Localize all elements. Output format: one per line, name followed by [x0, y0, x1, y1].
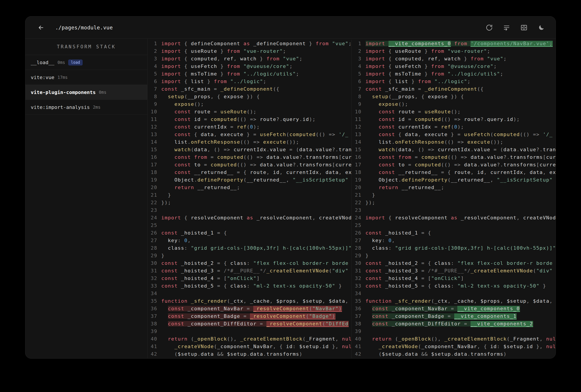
- code-line-text: const _hoisted_2 = { class: "flex flex-c…: [161, 260, 352, 267]
- code-line: 14 list.onFetchResponse(() => execute())…: [148, 138, 352, 146]
- code-line-text: return (_openBlock(), _createElementBloc…: [161, 335, 352, 343]
- code-line: 34: [352, 290, 556, 297]
- line-number: 40: [148, 335, 161, 343]
- line-number: 23: [148, 206, 161, 214]
- code-line: 22});: [352, 199, 556, 206]
- code-line-text: _createVNode(_component_NavBar, { id: $s…: [161, 343, 352, 350]
- code-line: 42 ($setup.data && $setup.data.transform…: [352, 350, 556, 358]
- code-line: 24import { resolveComponent as _resolveC…: [352, 214, 556, 222]
- module-title: ./pages/module.vue: [55, 25, 113, 30]
- line-number: 2: [148, 48, 161, 55]
- code-line-text: import { useRoute } from "vue-router";: [366, 48, 556, 55]
- code-line: 32const _hoisted_4 = ["onClick"]: [352, 274, 556, 282]
- stack-item-name: vite-plugin-components: [31, 90, 96, 95]
- line-number: 26: [352, 229, 366, 237]
- stack-item-vite:vue[interactable]: vite:vue17ms: [26, 70, 147, 85]
- code-line-text: return __returned__;: [161, 184, 352, 191]
- back-button[interactable]: [36, 23, 46, 32]
- line-number: 27: [352, 237, 366, 244]
- code-line: 8 setup(__props, { expose }) {: [148, 93, 352, 100]
- code-line: 31const _hoisted_3 = /*#__PURE__*/_creat…: [352, 267, 556, 274]
- code-line: 36 const _component_NavBar = __vite_comp…: [352, 305, 556, 312]
- code-line: 13 const { data, execute } = useFetch(co…: [352, 131, 556, 138]
- inline-diff-toggle[interactable]: [502, 23, 511, 32]
- line-number: 16: [148, 154, 161, 161]
- code-line: 2import { useRoute } from "vue-router";: [148, 48, 352, 55]
- code-line-text: expose();: [161, 100, 352, 108]
- code-line-text: }: [366, 252, 556, 260]
- app-window: ./pages/module.vue: [25, 16, 556, 358]
- diff-editor: 1import { defineComponent as _defineComp…: [148, 39, 556, 358]
- code-line: 15 watch(data, () => currentIdx.value = …: [352, 146, 556, 154]
- app-header: ./pages/module.vue: [26, 16, 556, 39]
- stack-item-name: vite:vue: [31, 74, 54, 80]
- line-number: 2: [352, 48, 366, 55]
- code-line: 20 return __returned__;: [148, 184, 352, 191]
- code-line: 17 const to = computed(() => data.value?…: [352, 161, 556, 168]
- diff-original-pane[interactable]: 1import { defineComponent as _defineComp…: [148, 40, 352, 358]
- line-number: 35: [352, 297, 366, 305]
- line-number: 41: [352, 343, 366, 350]
- code-line: 16 const from = computed(() => data.valu…: [352, 154, 556, 161]
- code-line-text: const _hoisted_4 = ["onClick"]: [366, 274, 556, 282]
- code-line-text: const id = computed(() => route?.query.i…: [366, 116, 556, 123]
- diff-removed-line: const _component_NavBar = _resolveCompon…: [168, 306, 342, 311]
- stack-item-vite:import-analysis[interactable]: vite:import-analysis2ms: [26, 100, 147, 115]
- code-line: 10 const route = useRoute();: [148, 108, 352, 116]
- code-line-text: setup(__props, { expose }) {: [366, 93, 556, 100]
- code-line-text: import { defineComponent as _defineCompo…: [161, 40, 352, 48]
- line-number: 17: [148, 161, 161, 168]
- line-number: 4: [148, 62, 161, 70]
- code-line-text: import { computed, ref, watch } from "vu…: [161, 55, 352, 62]
- line-number: 19: [352, 176, 366, 184]
- code-line-text: import { msToTime } from "../logic/utils…: [366, 70, 556, 78]
- code-line-text: const _hoisted_3 = /*#__PURE__*/_createE…: [366, 267, 556, 274]
- stack-item-vite-plugin-components[interactable]: vite-plugin-components0ms: [26, 85, 147, 100]
- code-line: 40 return (_openBlock(), _createElementB…: [352, 335, 556, 343]
- line-number: 22: [352, 199, 366, 206]
- code-line: 21 }: [352, 191, 556, 199]
- line-number: 23: [352, 206, 366, 214]
- code-line-text: return __returned__;: [366, 184, 556, 191]
- code-line: 33const _hoisted_5 = { class: "ml-2 text…: [148, 282, 352, 290]
- code-line-text: watch(data, () => currentIdx.value = (da…: [161, 146, 352, 154]
- app-body: TRANSFORM STACK __load__0msloadvite:vue1…: [26, 39, 556, 358]
- line-number: 7: [352, 85, 366, 93]
- code-line-text: import { computed, ref, watch } from "vu…: [366, 55, 556, 62]
- code-line: 21 }: [148, 191, 352, 199]
- code-line: 41 _createVNode(_component_NavBar, { id:…: [352, 343, 556, 350]
- diff-transformed-pane[interactable]: 1import __vite_components_0 from '/compo…: [352, 40, 556, 358]
- diff-removed-line: const _component_DiffEditor = _resolveCo…: [168, 321, 349, 326]
- code-line-text: const __returned__ = { route, id, curren…: [366, 168, 556, 176]
- code-line-text: const _component_Badge = _resolveCompone…: [161, 312, 352, 320]
- code-line-text: const _component_NavBar = __vite_compone…: [366, 305, 556, 312]
- code-line: 2import { useRoute } from "vue-router";: [352, 48, 556, 55]
- code-line: 17 const to = computed(() => data.value?…: [148, 161, 352, 168]
- code-line-text: }: [161, 252, 352, 260]
- line-number: 21: [352, 191, 366, 199]
- code-line: 29}: [148, 252, 352, 260]
- code-line-text: [161, 206, 352, 214]
- stack-item-__load__[interactable]: __load__0msload: [26, 55, 147, 70]
- side-by-side-toggle[interactable]: [520, 23, 528, 32]
- code-line-text: const _sfc_main = _defineComponent({: [366, 85, 556, 93]
- code-line-text: const _hoisted_3 = /*#__PURE__*/_createE…: [161, 267, 352, 274]
- line-number: 40: [352, 335, 366, 343]
- code-line-text: [161, 222, 352, 229]
- code-line-text: const _component_DiffEditor = _resolveCo…: [161, 320, 352, 328]
- code-line-text: const _hoisted_2 = { class: "flex flex-c…: [366, 260, 556, 267]
- code-line: 11 const id = computed(() => route?.quer…: [148, 116, 352, 123]
- code-line-text: import { resolveComponent as _resolveCom…: [366, 214, 556, 222]
- line-number: 39: [148, 328, 161, 335]
- code-line: 36 const _component_NavBar = _resolveCom…: [148, 305, 352, 312]
- line-number: 24: [352, 214, 366, 222]
- dark-mode-toggle[interactable]: [537, 23, 546, 32]
- code-line-text: return (_openBlock(), _createElementBloc…: [366, 335, 556, 343]
- code-line-text: class: "grid grid-cols-[300px,3fr] h-[ca…: [366, 244, 556, 252]
- line-number: 9: [148, 100, 161, 108]
- code-line-text: [366, 222, 556, 229]
- code-line-text: Object.defineProperty(__returned__, "__i…: [366, 176, 556, 184]
- refresh-button[interactable]: [485, 23, 494, 32]
- line-number: 17: [352, 161, 366, 168]
- line-number: 13: [148, 131, 161, 138]
